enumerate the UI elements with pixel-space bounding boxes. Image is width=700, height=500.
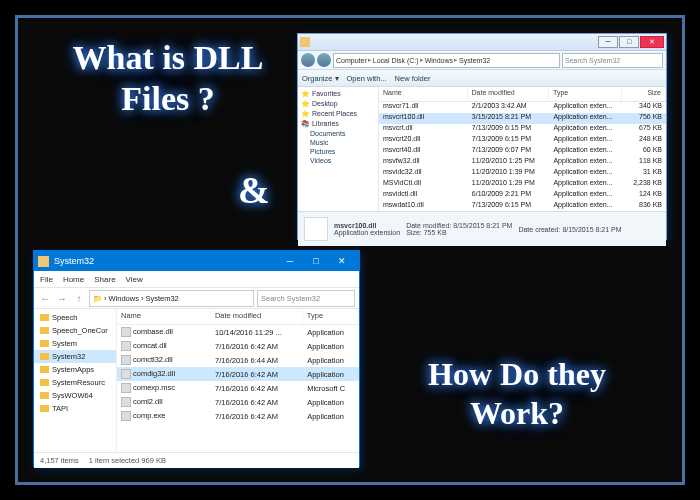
details-size-label: Size: <box>406 229 422 236</box>
file-icon <box>121 327 131 337</box>
table-row[interactable]: msvidc32.dll11/20/2010 1:39 PMApplicatio… <box>379 168 666 179</box>
col-size[interactable]: Size <box>622 87 666 101</box>
ribbon-tab[interactable]: View <box>126 275 143 284</box>
sidebar-item[interactable]: Documents <box>298 129 378 138</box>
sidebar-item[interactable]: TAPI <box>34 402 116 415</box>
maximize-button[interactable]: □ <box>619 36 639 48</box>
col-type[interactable]: Type <box>303 309 359 324</box>
breadcrumb[interactable]: 📁 › Windows › System32 <box>89 290 254 307</box>
breadcrumb-segment[interactable]: System32 <box>459 57 490 64</box>
table-row[interactable]: msvcrt100.dll3/15/2015 8:21 PMApplicatio… <box>379 113 666 124</box>
column-headers[interactable]: Name Date modified Type <box>117 309 359 325</box>
col-date[interactable]: Date modified <box>211 309 303 324</box>
win7-toolbar: Organize ▾ Open with... New folder <box>298 70 666 87</box>
close-button[interactable]: ✕ <box>640 36 664 48</box>
table-row[interactable]: comdlg32.dll7/16/2016 6:42 AMApplication <box>117 367 359 381</box>
folder-icon <box>38 256 49 267</box>
sidebar-item[interactable]: System <box>34 337 116 350</box>
win7-titlebar[interactable]: ─ □ ✕ <box>298 34 666 51</box>
breadcrumb-segment[interactable]: System32 <box>145 294 178 303</box>
details-created-value: 8/15/2015 8:21 PM <box>562 226 621 233</box>
col-name[interactable]: Name <box>379 87 468 101</box>
nav-back-icon[interactable]: ← <box>38 293 52 304</box>
file-thumb-icon <box>304 217 328 241</box>
column-headers[interactable]: Name Date modified Type Size <box>379 87 666 102</box>
chevron-right-icon: ▸ <box>420 56 424 64</box>
breadcrumb[interactable]: Computer▸Local Disk (C:)▸Windows▸System3… <box>333 53 560 68</box>
sidebar-group[interactable]: ⭐ Desktop <box>298 99 378 109</box>
table-row[interactable]: msvcrt20.dll7/13/2009 6:15 PMApplication… <box>379 135 666 146</box>
col-name[interactable]: Name <box>117 309 211 324</box>
win7-details-pane: msvcr100.dll Application extension Date … <box>298 211 666 246</box>
details-mod-value: 8/15/2015 8:21 PM <box>453 222 512 229</box>
ribbon-tab[interactable]: Home <box>63 275 84 284</box>
sidebar-item[interactable]: Pictures <box>298 147 378 156</box>
table-row[interactable]: msvcrt40.dll7/13/2009 6:07 PMApplication… <box>379 146 666 157</box>
nav-up-icon[interactable]: ↑ <box>72 293 86 304</box>
table-row[interactable]: msvcr71.dll2/1/2003 3:42 AMApplication e… <box>379 102 666 113</box>
window-title: System32 <box>54 256 277 266</box>
breadcrumb-segment[interactable]: Windows <box>425 57 453 64</box>
table-row[interactable]: msvfw32.dll11/20/2010 1:25 PMApplication… <box>379 157 666 168</box>
win10-status-bar: 4,157 items 1 item selected 969 KB <box>34 452 359 468</box>
table-row[interactable]: mswdat10.dll7/13/2009 6:15 PMApplication… <box>379 201 666 211</box>
table-row[interactable]: msvidctl.dll6/10/2009 2:21 PMApplication… <box>379 190 666 201</box>
nav-back-icon[interactable] <box>301 53 315 67</box>
sidebar-item[interactable]: System32 <box>34 350 116 363</box>
nav-forward-icon[interactable] <box>317 53 331 67</box>
folder-icon <box>40 327 49 334</box>
sidebar-item[interactable]: SystemApps <box>34 363 116 376</box>
folder-icon <box>300 37 310 47</box>
table-row[interactable]: combase.dll10/14/2016 11:29 ...Applicati… <box>117 325 359 339</box>
ribbon-tab[interactable]: Share <box>94 275 115 284</box>
table-row[interactable]: comexp.msc7/16/2016 6:42 AMMicrosoft C <box>117 381 359 395</box>
table-row[interactable]: comctl32.dll7/16/2016 6:44 AMApplication <box>117 353 359 367</box>
breadcrumb-segment[interactable]: Local Disk (C:) <box>373 57 419 64</box>
sidebar-item[interactable]: Speech <box>34 311 116 324</box>
organize-button[interactable]: Organize ▾ <box>302 74 339 83</box>
table-row[interactable]: coml2.dll7/16/2016 6:42 AMApplication <box>117 395 359 409</box>
table-row[interactable]: msvcrt.dll7/13/2009 6:15 PMApplication e… <box>379 124 666 135</box>
close-button[interactable]: ✕ <box>329 252 355 270</box>
sidebar-item[interactable]: SysWOW64 <box>34 389 116 402</box>
folder-icon <box>40 314 49 321</box>
headline-ampersand: & <box>238 168 270 214</box>
open-with-button[interactable]: Open with... <box>347 74 387 83</box>
search-input[interactable]: Search System32 <box>257 290 355 307</box>
col-type[interactable]: Type <box>549 87 622 101</box>
headline-question-2: How Do they Work? <box>407 355 627 432</box>
win10-explorer-window: System32 ─ □ ✕ FileHomeShareView ← → ↑ 📁… <box>33 250 360 467</box>
col-date[interactable]: Date modified <box>468 87 549 101</box>
file-icon <box>121 383 131 393</box>
sidebar-group[interactable]: ⭐ Favorites <box>298 89 378 99</box>
file-icon <box>121 369 131 379</box>
table-row[interactable]: MSVidCtl.dll11/20/2010 1:29 PMApplicatio… <box>379 179 666 190</box>
chevron-right-icon: › <box>104 294 107 303</box>
table-row[interactable]: comcat.dll7/16/2016 6:42 AMApplication <box>117 339 359 353</box>
minimize-button[interactable]: ─ <box>598 36 618 48</box>
file-icon <box>121 397 131 407</box>
sidebar-group-libraries[interactable]: 📚 Libraries <box>298 119 378 129</box>
breadcrumb-segment[interactable]: Windows <box>109 294 139 303</box>
win10-titlebar[interactable]: System32 ─ □ ✕ <box>34 251 359 271</box>
sidebar-item[interactable]: Videos <box>298 156 378 165</box>
win10-ribbon-tabs: FileHomeShareView <box>34 271 359 288</box>
folder-icon <box>40 366 49 373</box>
sidebar-group[interactable]: ⭐ Recent Places <box>298 109 378 119</box>
sidebar-item[interactable]: SystemResourc <box>34 376 116 389</box>
search-input[interactable]: Search System32 <box>562 53 663 68</box>
breadcrumb-segment[interactable]: Computer <box>336 57 367 64</box>
headline-question-1: What is DLL Files ? <box>48 38 288 120</box>
folder-icon <box>40 353 49 360</box>
sidebar-item[interactable]: Speech_OneCor <box>34 324 116 337</box>
table-row[interactable]: comp.exe7/16/2016 6:42 AMApplication <box>117 409 359 423</box>
new-folder-button[interactable]: New folder <box>395 74 431 83</box>
maximize-button[interactable]: □ <box>303 252 329 270</box>
nav-forward-icon[interactable]: → <box>55 293 69 304</box>
minimize-button[interactable]: ─ <box>277 252 303 270</box>
file-icon <box>121 341 131 351</box>
folder-icon <box>40 379 49 386</box>
ribbon-tab[interactable]: File <box>40 275 53 284</box>
status-selection: 1 item selected 969 KB <box>89 456 166 465</box>
sidebar-item[interactable]: Music <box>298 138 378 147</box>
